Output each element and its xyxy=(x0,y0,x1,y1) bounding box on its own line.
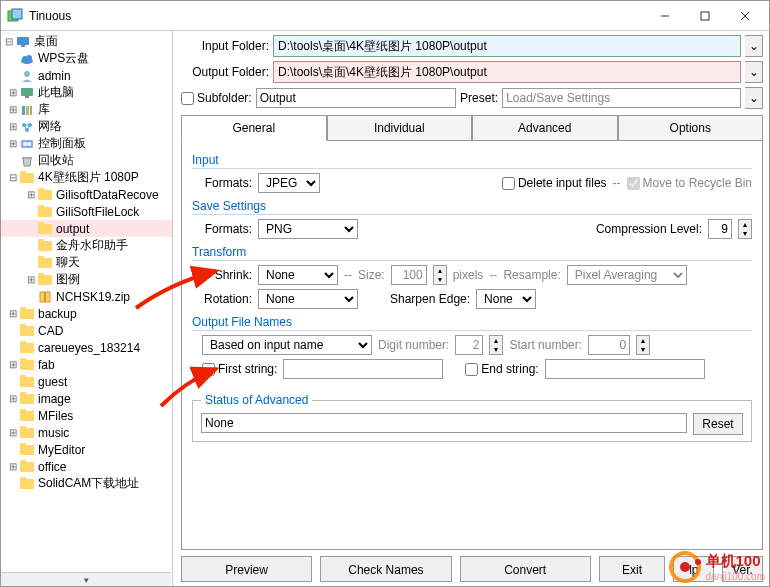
reset-button[interactable]: Reset xyxy=(693,413,743,435)
expander-icon[interactable]: ⊞ xyxy=(7,121,18,132)
titlebar: Tinuous xyxy=(1,1,769,31)
section-transform: Transform xyxy=(192,245,752,261)
end-string-checkbox[interactable]: End string: xyxy=(465,362,538,376)
expander-icon[interactable]: ⊞ xyxy=(7,359,18,370)
tree-item[interactable]: ⊞fab xyxy=(1,356,172,373)
resample-select[interactable]: Pixel Averaging xyxy=(567,265,687,285)
size-input[interactable] xyxy=(391,265,427,285)
start-input[interactable] xyxy=(588,335,630,355)
convert-button[interactable]: Convert xyxy=(460,556,591,582)
save-formats-select[interactable]: PNG xyxy=(258,219,358,239)
tree-item[interactable]: output xyxy=(1,220,172,237)
sharpen-label: Sharpen Edge: xyxy=(390,292,470,306)
tree-item[interactable]: admin xyxy=(1,67,172,84)
digit-input[interactable] xyxy=(455,335,483,355)
desktop-icon xyxy=(15,35,31,49)
tree-item[interactable]: careueyes_183214 xyxy=(1,339,172,356)
size-spinner[interactable]: ▴▾ xyxy=(433,265,447,285)
tree-item[interactable]: ⊞图例 xyxy=(1,271,172,288)
close-button[interactable] xyxy=(725,2,765,30)
check-names-button[interactable]: Check Names xyxy=(320,556,451,582)
svg-point-32 xyxy=(695,559,701,565)
input-formats-select[interactable]: JPEG xyxy=(258,173,320,193)
compression-spinner[interactable]: ▴▾ xyxy=(738,219,752,239)
tab-advanced[interactable]: Advanced xyxy=(472,115,618,140)
expander-icon[interactable]: ⊞ xyxy=(7,87,18,98)
tree-item[interactable]: ⊞此电脑 xyxy=(1,84,172,101)
input-folder-field[interactable]: D:\tools\桌面\4K壁纸图片 1080P\output xyxy=(273,35,741,57)
expander-icon[interactable]: ⊞ xyxy=(25,274,36,285)
expander-icon[interactable]: ⊞ xyxy=(7,308,18,319)
tree-item[interactable]: NCHSK19.zip xyxy=(1,288,172,305)
sharpen-select[interactable]: None xyxy=(476,289,536,309)
tree-item[interactable]: WPS云盘 xyxy=(1,50,172,67)
preview-button[interactable]: Preview xyxy=(181,556,312,582)
rotation-label: Rotation: xyxy=(202,292,252,306)
tab-options[interactable]: Options xyxy=(618,115,764,140)
end-string-input[interactable] xyxy=(545,359,705,379)
expander-icon[interactable]: ⊞ xyxy=(7,138,18,149)
tree-item[interactable]: ⊞music xyxy=(1,424,172,441)
tree-item[interactable]: ⊞office xyxy=(1,458,172,475)
first-string-input[interactable] xyxy=(283,359,443,379)
first-string-checkbox[interactable]: First string: xyxy=(202,362,277,376)
expander-icon[interactable]: ⊟ xyxy=(7,172,18,183)
tab-individual[interactable]: Individual xyxy=(327,115,473,140)
start-spinner[interactable]: ▴▾ xyxy=(636,335,650,355)
expander-icon[interactable]: ⊞ xyxy=(7,104,18,115)
subfolder-input[interactable] xyxy=(256,88,456,108)
scroll-down-icon[interactable]: ▾ xyxy=(1,572,171,586)
tree-item[interactable]: SolidCAM下载地址 xyxy=(1,475,172,492)
tree-item[interactable]: MFiles xyxy=(1,407,172,424)
tree-item[interactable]: 回收站 xyxy=(1,152,172,169)
tree-item[interactable]: ⊞backup xyxy=(1,305,172,322)
tab-general[interactable]: General xyxy=(181,115,327,141)
output-name-mode-select[interactable]: Based on input name xyxy=(202,335,372,355)
subfolder-checkbox[interactable]: Subfolder: xyxy=(181,91,252,105)
tree-root[interactable]: ⊟ 桌面 xyxy=(1,33,172,50)
output-folder-dropdown[interactable]: ⌄ xyxy=(745,61,763,83)
rotation-select[interactable]: None xyxy=(258,289,358,309)
input-folder-dropdown[interactable]: ⌄ xyxy=(745,35,763,57)
tree-label: CAD xyxy=(38,324,63,338)
tree-item[interactable]: 金舟水印助手 xyxy=(1,237,172,254)
tree-item[interactable]: ⊞网络 xyxy=(1,118,172,135)
svg-rect-15 xyxy=(26,106,29,115)
tree-label: 金舟水印助手 xyxy=(56,237,128,254)
tree-item[interactable]: MyEditor xyxy=(1,441,172,458)
preset-select[interactable] xyxy=(502,88,741,108)
expander-icon[interactable]: ⊞ xyxy=(25,189,36,200)
output-folder-field[interactable]: D:\tools\桌面\4K壁纸图片 1080P\output xyxy=(273,61,741,83)
tree-item[interactable]: ⊟4K壁纸图片 1080P xyxy=(1,169,172,186)
svg-rect-6 xyxy=(17,37,29,45)
tree-item[interactable]: 聊天 xyxy=(1,254,172,271)
start-label: Start number: xyxy=(509,338,582,352)
recycle-checkbox: Move to Recycle Bin xyxy=(627,176,752,190)
tree-item[interactable]: guest xyxy=(1,373,172,390)
minimize-button[interactable] xyxy=(645,2,685,30)
tree-item[interactable]: GiliSoftFileLock xyxy=(1,203,172,220)
tree-item[interactable]: CAD xyxy=(1,322,172,339)
app-icon xyxy=(7,8,23,24)
expander-icon[interactable]: ⊞ xyxy=(7,393,18,404)
maximize-button[interactable] xyxy=(685,2,725,30)
tree-item[interactable]: ⊞控制面板 xyxy=(1,135,172,152)
folder-tree[interactable]: ⊟ 桌面 WPS云盘admin⊞此电脑⊞库⊞网络⊞控制面板回收站⊟4K壁纸图片 … xyxy=(1,31,173,586)
tree-label: 4K壁纸图片 1080P xyxy=(38,169,139,186)
shrink-select[interactable]: None xyxy=(258,265,338,285)
tree-item[interactable]: ⊞库 xyxy=(1,101,172,118)
tree-item[interactable]: ⊞image xyxy=(1,390,172,407)
expander-icon[interactable]: ⊟ xyxy=(3,36,14,47)
exit-button[interactable]: Exit xyxy=(599,556,666,582)
expander-icon[interactable]: ⊞ xyxy=(7,427,18,438)
svg-point-25 xyxy=(27,142,31,146)
digit-spinner[interactable]: ▴▾ xyxy=(489,335,503,355)
expander-icon[interactable]: ⊞ xyxy=(7,461,18,472)
compression-input[interactable] xyxy=(708,219,732,239)
tree-item[interactable]: ⊞GilisoftDataRecove xyxy=(1,186,172,203)
folder-icon xyxy=(19,341,35,355)
preset-dropdown[interactable]: ⌄ xyxy=(745,87,763,109)
folder-icon xyxy=(37,222,53,236)
zip-icon xyxy=(37,290,53,304)
delete-input-checkbox[interactable]: Delete input files xyxy=(502,176,607,190)
